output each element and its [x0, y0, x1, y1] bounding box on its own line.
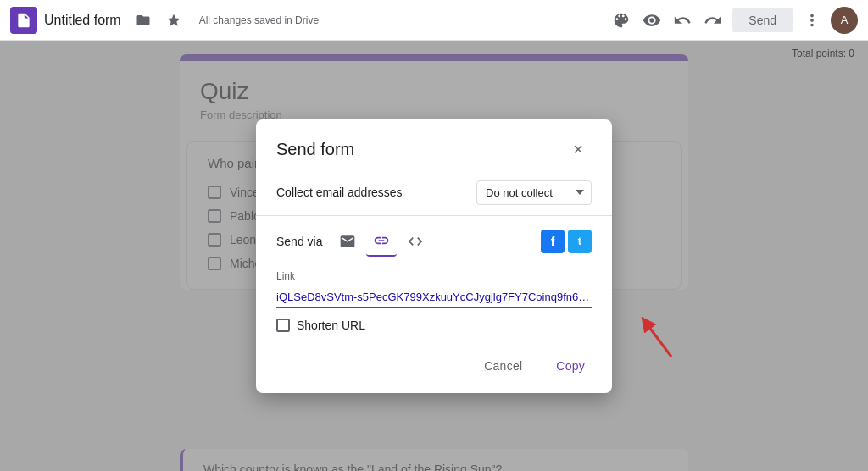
twitter-share-icon[interactable]: t [568, 230, 592, 253]
form-title-topbar: Untitled form [44, 13, 121, 28]
folder-icon[interactable] [131, 8, 155, 32]
collect-email-label: Collect email addresses [276, 186, 403, 199]
send-via-email-icon[interactable] [332, 226, 363, 257]
star-icon[interactable] [162, 8, 186, 32]
dialog-overlay: Send form × Collect email addresses Do n… [0, 41, 868, 471]
dialog-footer: Cancel Copy [256, 346, 612, 393]
link-section-label: Link [276, 270, 592, 282]
facebook-share-icon[interactable]: f [541, 230, 565, 253]
collect-email-select[interactable]: Do not collect Verified Responder input [476, 180, 592, 205]
app-icon [10, 7, 37, 34]
undo-icon[interactable] [670, 8, 694, 32]
collect-email-row: Collect email addresses Do not collect V… [256, 174, 612, 216]
send-form-dialog: Send form × Collect email addresses Do n… [256, 119, 612, 393]
social-icons: f t [541, 230, 592, 253]
preview-icon[interactable] [640, 8, 664, 32]
close-dialog-button[interactable]: × [565, 136, 592, 163]
send-via-label: Send via [276, 235, 322, 248]
color-palette-icon[interactable] [609, 8, 633, 32]
shorten-url-label: Shorten URL [297, 319, 365, 332]
link-section: Link Shorten URL [256, 267, 612, 346]
copy-arrow-indicator [629, 310, 680, 361]
saved-status: All changes saved in Drive [199, 14, 604, 26]
dialog-header: Send form × [256, 119, 612, 174]
shorten-url-checkbox[interactable] [276, 319, 290, 332]
dialog-title: Send form [276, 140, 354, 159]
redo-icon[interactable] [701, 8, 725, 32]
copy-button[interactable]: Copy [542, 352, 598, 380]
topbar-right: Send A [609, 7, 858, 34]
send-via-link-icon[interactable] [366, 226, 397, 257]
svg-line-1 [646, 323, 671, 357]
main-content: Quiz Form description Who paint Vincen P… [0, 41, 868, 471]
shorten-url-row: Shorten URL [276, 319, 592, 332]
send-button[interactable]: Send [732, 8, 793, 32]
cancel-button[interactable]: Cancel [470, 352, 536, 380]
link-url-field[interactable] [276, 287, 592, 308]
more-options-icon[interactable] [800, 8, 824, 32]
avatar[interactable]: A [831, 7, 858, 34]
topbar: Untitled form All changes saved in Drive… [0, 0, 868, 41]
send-via-embed-icon[interactable] [400, 226, 431, 257]
send-via-row: Send via f [256, 216, 612, 267]
